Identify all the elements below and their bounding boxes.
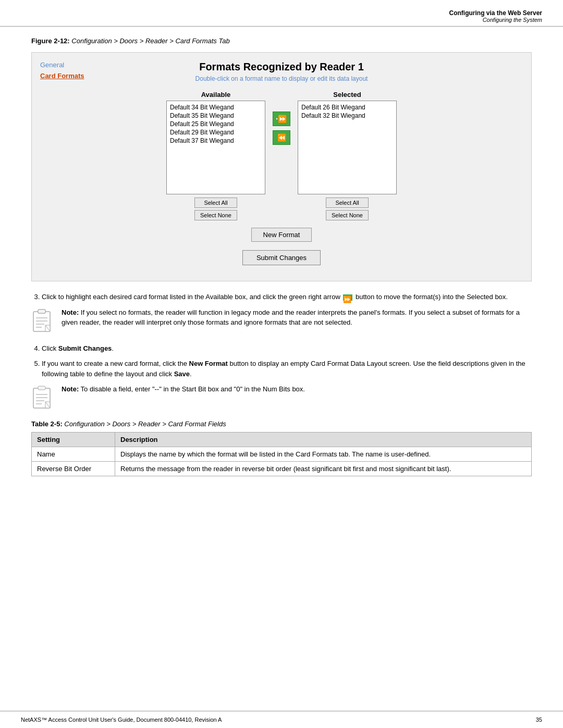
table-row: Reverse Bit Order Returns the message fr…: [32, 462, 532, 476]
main-content: Figure 2-12: Configuration > Doors > Rea…: [0, 27, 563, 497]
move-right-button[interactable]: ⏩: [273, 112, 290, 126]
nav-general[interactable]: General: [40, 61, 84, 69]
step-5: If you want to create a new card format,…: [42, 359, 532, 379]
selected-select-all[interactable]: Select All: [326, 198, 369, 208]
step3-text: Click to highlight each desired card for…: [42, 293, 508, 301]
svg-rect-7: [38, 310, 45, 313]
table-caption-rest: Configuration > Doors > Reader > Card Fo…: [63, 420, 226, 428]
ui-panel: General Card Formats Formats Recognized …: [31, 52, 532, 281]
columns-area: Available Default 34 Bit Wiegand Default…: [42, 91, 521, 220]
selected-header: Selected: [333, 91, 361, 98]
note-clipboard2-icon: [31, 385, 52, 410]
table-caption: Table 2-5: Configuration > Doors > Reade…: [31, 420, 532, 428]
available-select-all[interactable]: Select All: [194, 198, 237, 208]
page-footer: NetAXS™ Access Control Unit User's Guide…: [0, 711, 563, 728]
footer-page-number: 35: [536, 717, 542, 723]
note2-body: To disable a field, enter "--" in the St…: [81, 385, 305, 393]
available-section: Available Default 34 Bit Wiegand Default…: [166, 91, 265, 220]
list-item[interactable]: Default 32 Bit Wiegand: [300, 112, 394, 120]
nav-card-formats[interactable]: Card Formats: [40, 72, 84, 80]
step-list: Click to highlight each desired card for…: [42, 292, 532, 302]
col-setting: Setting: [32, 433, 115, 447]
available-header: Available: [201, 91, 231, 98]
available-list[interactable]: Default 34 Bit Wiegand Default 35 Bit Wi…: [166, 101, 265, 194]
panel-title: Formats Recognized by Reader 1: [199, 61, 364, 73]
submit-button[interactable]: Submit Changes: [242, 250, 321, 265]
desc-reverse: Returns the message from the reader in r…: [115, 462, 532, 476]
note2-icon: [31, 385, 54, 412]
setting-reverse: Reverse Bit Order: [32, 462, 115, 476]
selected-section: Selected Default 26 Bit Wiegand Default …: [298, 91, 397, 220]
selected-buttons: Select All Select None: [326, 198, 369, 220]
note2-container: Note: To disable a field, enter "--" in …: [31, 384, 532, 412]
step-4: Click Submit Changes.: [42, 343, 532, 354]
list-item[interactable]: Default 34 Bit Wiegand: [169, 103, 263, 112]
step-3: Click to highlight each desired card for…: [42, 292, 532, 302]
note1-icon: [31, 309, 54, 335]
note-clipboard-icon: [31, 309, 52, 334]
list-item[interactable]: Default 25 Bit Wiegand: [169, 120, 263, 128]
table-row: Name Displays the name by which the form…: [32, 447, 532, 462]
table-caption-bold: Table 2-5:: [31, 420, 63, 428]
step4-bold: Submit Changes: [58, 344, 112, 352]
available-buttons: Select All Select None: [194, 198, 237, 220]
list-item[interactable]: Default 26 Bit Wiegand: [300, 103, 394, 112]
table-header-row: Setting Description: [32, 433, 532, 447]
step5-bold1: New Format: [189, 360, 228, 367]
step-list-4-5: Click Submit Changes. If you want to cre…: [42, 343, 532, 379]
desc-name: Displays the name by which the format wi…: [115, 447, 532, 462]
move-left-button[interactable]: ⏪: [273, 130, 290, 145]
figure-caption: Figure 2-12: Configuration > Doors > Rea…: [31, 37, 532, 45]
page-header: Configuring via the Web Server Configuri…: [0, 0, 563, 27]
note2-label: Note:: [62, 385, 79, 393]
selected-select-none[interactable]: Select None: [326, 210, 369, 220]
setting-name: Name: [32, 447, 115, 462]
note1-text: Note: If you select no formats, the read…: [62, 307, 532, 328]
submit-area: Submit Changes: [242, 250, 321, 265]
selected-list[interactable]: Default 26 Bit Wiegand Default 32 Bit Wi…: [298, 101, 397, 194]
list-item[interactable]: Default 29 Bit Wiegand: [169, 128, 263, 137]
available-select-none[interactable]: Select None: [194, 210, 237, 220]
arrow-section: ⏩ ⏪: [265, 112, 298, 145]
list-item[interactable]: Default 37 Bit Wiegand: [169, 137, 263, 145]
step5-bold2: Save: [174, 370, 190, 378]
note2-text: Note: To disable a field, enter "--" in …: [62, 384, 305, 394]
svg-rect-15: [38, 386, 45, 390]
header-subtitle: Configuring the System: [21, 17, 542, 23]
header-title: Configuring via the Web Server: [21, 9, 542, 17]
new-format-button[interactable]: New Format: [251, 228, 312, 242]
footer-left: NetAXS™ Access Control Unit User's Guide…: [21, 717, 222, 723]
nav-links: General Card Formats: [40, 61, 84, 80]
inline-arrow-icon: ⏩: [343, 294, 352, 301]
list-item[interactable]: Default 35 Bit Wiegand: [169, 112, 263, 120]
note1-container: Note: If you select no formats, the read…: [31, 307, 532, 335]
card-format-table: Setting Description Name Displays the na…: [31, 432, 532, 476]
panel-subtitle: Double-click on a format name to display…: [195, 75, 368, 82]
col-description: Description: [115, 433, 532, 447]
note1-body: If you select no formats, the reader wil…: [62, 309, 520, 327]
new-format-area: New Format: [251, 228, 312, 242]
note1-label: Note:: [62, 309, 79, 316]
